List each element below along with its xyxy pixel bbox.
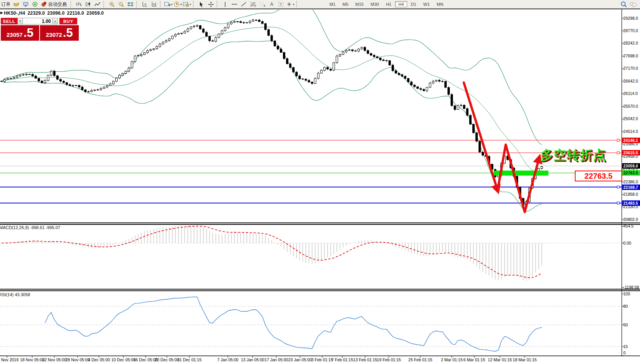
- price-tick-label: 22386.0: [623, 179, 640, 184]
- price-tick-label: 26114.0: [623, 91, 640, 96]
- price-tick-label: 20802.0: [623, 217, 640, 222]
- symbol-name: HK50-,H4: [4, 10, 25, 16]
- price-tick-label: 28770.0: [623, 28, 640, 33]
- price-level-label: 22763.5: [622, 170, 640, 176]
- macd-tick-label: 0.00: [623, 241, 640, 245]
- line-handle[interactable]: [617, 202, 619, 204]
- time-tick-label: 31 Dec 01:15: [174, 357, 205, 362]
- time-tick-label: 18 Mar 01:15: [509, 357, 540, 362]
- volume-input[interactable]: [23, 18, 52, 24]
- rsi-label: RSI(14) 43.3058: [0, 292, 30, 297]
- macd-label: MACD(12,26,9) -998.61 -995.07: [0, 225, 60, 230]
- macd-tick-label: -1198.58: [623, 285, 640, 290]
- price-level-label: 24146.1: [622, 138, 640, 143]
- chart-canvas[interactable]: [0, 0, 640, 364]
- ohlc-low: 22116.0: [67, 10, 84, 16]
- ohlc-close: 23059.0: [87, 10, 104, 16]
- rsi-tick-label: 80: [623, 304, 640, 309]
- price-level-label: 23059.0: [622, 163, 640, 169]
- price-level-label: 22168.7: [622, 185, 640, 190]
- volume-increase-button[interactable]: ▲: [52, 18, 58, 24]
- sell-price-display[interactable]: 23057 .5: [1, 25, 39, 41]
- price-tick-label: 25570.0: [623, 104, 640, 109]
- price-tick-label: 21858.0: [623, 192, 640, 197]
- price-level-annotation-box[interactable]: 22763.5: [575, 171, 622, 181]
- price-tick-label: 27698.0: [623, 53, 640, 58]
- line-handle[interactable]: [617, 139, 619, 141]
- mt4-window: 订单 自动交易: [0, 0, 640, 364]
- turning-point-annotation[interactable]: 多空转折点: [540, 147, 606, 164]
- symbol-marker-icon: [0, 12, 3, 14]
- volume-decrease-button[interactable]: ▼: [17, 18, 23, 24]
- price-level-label: 21493.5: [622, 200, 640, 206]
- price-tick-label: 27170.0: [623, 66, 640, 71]
- rsi-tick-label: 15: [623, 344, 640, 349]
- time-tick-label: 19 Feb 01:15: [373, 357, 404, 362]
- macd-tick-label: 454.5: [623, 224, 640, 228]
- rsi-tick-label: 50: [623, 323, 640, 327]
- time-tick-label: 25 Feb 01:15: [405, 357, 436, 362]
- ohlc-high: 23096.0: [47, 10, 65, 16]
- price-tick-label: 26642.0: [623, 79, 640, 83]
- buy-price-display[interactable]: 23072 .5: [40, 25, 79, 41]
- price-tick-label: 25042.0: [623, 116, 640, 121]
- buy-button[interactable]: BUY: [59, 18, 77, 24]
- chart-ohlc-header: HK50-,H422329.023096.022116.023059.0: [4, 10, 106, 16]
- rsi-tick-label: 0: [623, 350, 640, 355]
- price-tick-label: 28242.0: [623, 41, 640, 45]
- line-handle[interactable]: [617, 152, 619, 154]
- ohlc-open: 22329.0: [28, 10, 45, 16]
- rsi-tick-label: 100: [623, 292, 640, 296]
- price-tick-label: 29298.0: [623, 16, 640, 21]
- one-click-trade-panel: SELL ▼ ▲ BUY 23057 .5 23072 .5: [1, 18, 79, 41]
- line-handle[interactable]: [617, 186, 619, 188]
- price-level-label: 23615.5: [622, 150, 640, 155]
- sell-button[interactable]: SELL: [1, 18, 17, 24]
- price-tick-label: 24514.0: [623, 129, 640, 134]
